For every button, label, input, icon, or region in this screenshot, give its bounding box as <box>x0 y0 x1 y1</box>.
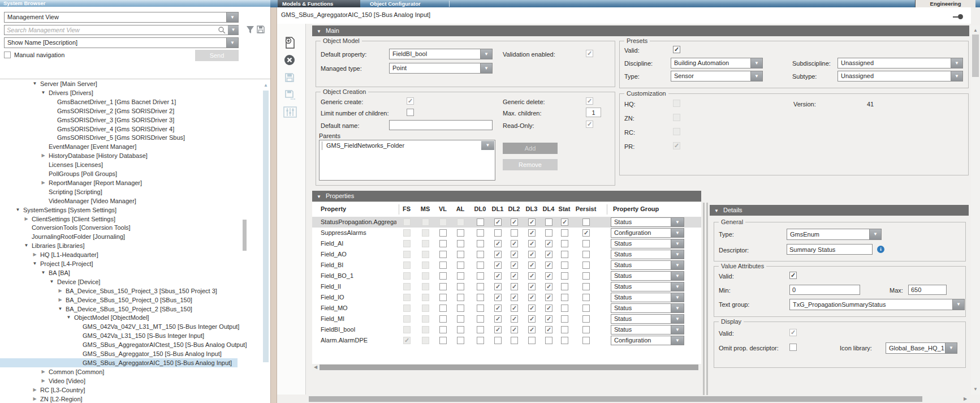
omit-descriptor-checkbox[interactable] <box>789 344 797 351</box>
property-flag-checkbox[interactable] <box>528 261 536 269</box>
collapse-properties-icon[interactable]: ▼ <box>312 191 326 202</box>
property-flag-checkbox[interactable] <box>528 251 536 258</box>
property-flag-checkbox[interactable] <box>545 229 552 237</box>
tree-item[interactable]: ▶HistoryDatabase [History Database] <box>0 151 261 160</box>
property-flag-checkbox[interactable] <box>528 218 536 226</box>
property-flag-checkbox[interactable] <box>494 315 502 323</box>
add-parent-button[interactable]: Add <box>503 143 558 154</box>
panel-scroll-up-icon[interactable]: ▲ <box>262 83 270 88</box>
main-vscrollbar[interactable]: ▲ ▼ <box>971 25 980 395</box>
section-main-header[interactable]: ▼Main <box>312 25 969 36</box>
tree-expand-icon[interactable]: ▶ <box>40 367 47 376</box>
tree-collapse-icon[interactable]: ▼ <box>31 79 38 88</box>
property-flag-checkbox[interactable] <box>457 229 464 237</box>
chevron-down-icon[interactable]: ▼ <box>480 49 492 59</box>
property-flag-checkbox[interactable] <box>511 240 518 247</box>
property-flag-checkbox[interactable] <box>457 272 464 280</box>
property-flag-checkbox[interactable] <box>511 283 518 290</box>
parent-item[interactable]: GMS_FieldNetworks_Folder▼ <box>320 140 495 151</box>
info-icon[interactable]: i <box>877 246 884 253</box>
property-flag-checkbox[interactable] <box>528 337 536 344</box>
column-header[interactable]: DL0 <box>474 205 486 212</box>
tree-expand-icon[interactable]: ▶ <box>31 250 38 259</box>
property-flag-checkbox[interactable] <box>582 294 590 301</box>
property-flag-checkbox[interactable] <box>439 305 447 312</box>
tree-expand-icon[interactable]: ▶ <box>40 151 47 160</box>
tree-item[interactable]: ▼Device [Device] <box>0 277 261 286</box>
property-flag-checkbox[interactable] <box>494 337 502 344</box>
properties-hscrollbar[interactable]: ◀ <box>312 364 701 371</box>
property-flag-checkbox[interactable] <box>439 294 447 301</box>
property-flag-checkbox[interactable] <box>439 337 447 344</box>
tree-collapse-icon[interactable]: ▼ <box>40 88 47 97</box>
property-flag-checkbox[interactable] <box>457 337 464 344</box>
column-header[interactable]: FS <box>403 205 411 212</box>
property-flag-checkbox[interactable] <box>545 283 552 290</box>
property-flag-checkbox[interactable] <box>494 240 502 247</box>
property-flag-checkbox[interactable] <box>477 218 484 226</box>
property-flag-checkbox[interactable] <box>582 315 590 323</box>
column-header[interactable]: Stat <box>559 205 571 212</box>
property-row[interactable]: Field_BO_1Status▼ <box>312 271 701 281</box>
column-header[interactable]: DL3 <box>526 205 538 212</box>
va-valid-checkbox[interactable] <box>789 272 797 279</box>
property-flag-checkbox[interactable] <box>582 261 590 269</box>
properties-hscrollbar-thumb[interactable] <box>320 365 698 370</box>
chevron-down-icon[interactable]: ▼ <box>671 229 684 237</box>
property-flag-checkbox[interactable] <box>477 251 484 258</box>
tree-collapse-icon[interactable]: ▼ <box>23 241 30 250</box>
main-vscrollbar-thumb[interactable] <box>972 35 979 77</box>
property-row[interactable]: StatusPropagation.AggregatStatus▼ <box>312 217 701 228</box>
detail-type-dropdown[interactable]: GmsEnum ▼ <box>787 229 882 240</box>
tree-item[interactable]: ▶Common [Common] <box>0 367 261 376</box>
property-row[interactable]: Field_MIStatus▼ <box>312 314 701 324</box>
property-flag-checkbox[interactable] <box>439 240 447 247</box>
property-flag-checkbox[interactable] <box>494 305 502 312</box>
tree-item[interactable]: GmsSORISDriver_5 [Gms SORISDriver Sbus] <box>0 133 261 142</box>
property-flag-checkbox[interactable] <box>494 272 502 280</box>
property-flag-checkbox[interactable] <box>511 272 518 280</box>
property-flag-checkbox[interactable] <box>561 251 568 258</box>
property-flag-checkbox[interactable] <box>494 261 502 269</box>
property-flag-checkbox[interactable] <box>457 240 464 247</box>
tree-item[interactable]: PollGroups [Poll Groups] <box>0 169 261 178</box>
property-flag-checkbox[interactable] <box>439 261 447 269</box>
property-flag-checkbox[interactable] <box>561 240 568 247</box>
property-flag-checkbox[interactable] <box>561 272 568 280</box>
property-flag-checkbox[interactable] <box>511 315 518 323</box>
column-header[interactable]: Property Group <box>613 205 659 212</box>
chevron-down-icon[interactable]: ▼ <box>671 218 684 226</box>
property-flag-checkbox[interactable] <box>545 218 552 226</box>
column-header[interactable]: Property <box>321 205 346 212</box>
max-input[interactable] <box>908 285 947 295</box>
manual-navigation-checkbox[interactable] <box>4 52 11 58</box>
property-row[interactable]: Alarm.AlarmDPEConfiguration▼ <box>312 335 701 346</box>
preset-type-dropdown[interactable]: Sensor ▼ <box>671 71 763 82</box>
property-flag-checkbox[interactable] <box>561 294 568 301</box>
property-group-dropdown[interactable]: Status▼ <box>611 293 684 302</box>
property-flag-checkbox[interactable] <box>561 283 568 290</box>
descriptor-input[interactable] <box>787 244 873 255</box>
tab-engineering[interactable]: Engineering <box>915 0 975 7</box>
property-row[interactable]: Field_AOStatus▼ <box>312 249 701 260</box>
display-mode-dropdown[interactable]: Show Name [Description] ▼ <box>4 37 239 48</box>
property-group-dropdown[interactable]: Status▼ <box>611 260 684 270</box>
tree-expand-icon[interactable]: ▶ <box>57 295 64 305</box>
property-flag-checkbox[interactable] <box>561 218 568 226</box>
discipline-dropdown[interactable]: Building Automation ▼ <box>671 58 763 68</box>
property-row[interactable]: SuppressAlarmsConfiguration▼ <box>312 228 701 238</box>
chevron-down-icon[interactable]: ▼ <box>481 141 494 150</box>
tree-item[interactable]: JournalingRootFolder [Journaling] <box>0 232 261 241</box>
property-flag-checkbox[interactable] <box>561 337 568 344</box>
tab-models-functions[interactable]: Models & Functions <box>278 0 360 7</box>
property-flag-checkbox[interactable] <box>511 229 518 237</box>
tree-expand-icon[interactable]: ▶ <box>40 376 47 385</box>
property-group-dropdown[interactable]: Status▼ <box>611 271 684 281</box>
property-row[interactable]: Field_MOStatus▼ <box>312 303 701 314</box>
max-children-input[interactable] <box>586 108 601 117</box>
property-flag-checkbox[interactable] <box>545 337 552 344</box>
property-flag-checkbox[interactable] <box>511 305 518 312</box>
property-flag-checkbox[interactable] <box>494 218 502 226</box>
tree-expand-icon[interactable]: ▶ <box>31 395 38 403</box>
tree-collapse-icon[interactable]: ▼ <box>65 313 72 322</box>
